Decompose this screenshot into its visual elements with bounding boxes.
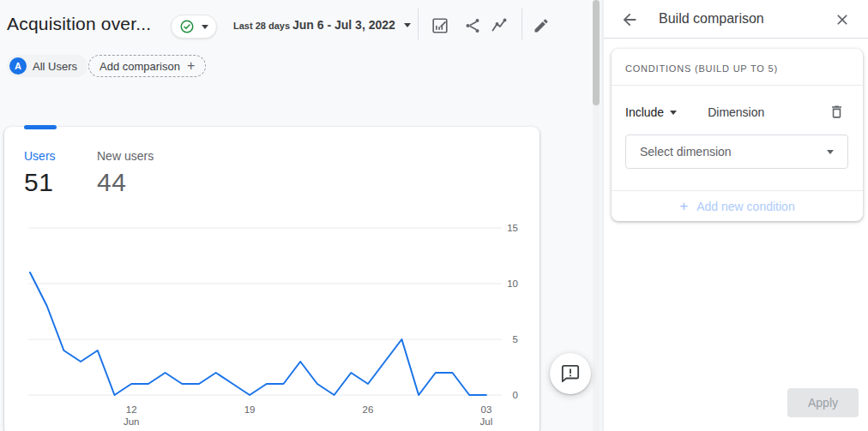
insights-icon (490, 15, 510, 36)
add-condition-label: Add new condition (696, 200, 794, 213)
caret-down-icon (827, 150, 834, 154)
caret-down-icon (670, 111, 677, 115)
users-trend-chart: 05101512Jun192603Jul (4, 127, 539, 431)
metric-tab-new-users[interactable]: New users 44 (97, 149, 154, 197)
panel-header: Build comparison (604, 0, 868, 39)
insights-button[interactable] (489, 15, 511, 37)
trash-icon (829, 104, 845, 120)
close-icon (834, 11, 851, 28)
date-range-value: Jun 6 - Jul 3, 2022 (292, 18, 395, 32)
metric-value: 51 (24, 168, 56, 197)
panel-title: Build comparison (659, 11, 764, 27)
conditions-card: CONDITIONS (BUILD UP TO 5) Include Dimen… (612, 49, 863, 221)
x-axis-tick-sublabel: Jun (124, 416, 140, 427)
back-button[interactable] (619, 9, 640, 30)
edit-chart-icon (431, 16, 449, 35)
add-new-condition-button[interactable]: + Add new condition (612, 191, 863, 221)
x-axis-tick-label: 12 (126, 404, 137, 415)
x-axis-tick-label: 26 (363, 404, 374, 415)
build-comparison-panel: Build comparison CONDITIONS (BUILD UP TO… (603, 0, 868, 431)
select-dimension-placeholder: Select dimension (640, 145, 732, 159)
segment-chip-all-users[interactable]: A All Users (7, 55, 87, 77)
customize-report-button[interactable] (429, 15, 451, 37)
users-trend-line (30, 272, 486, 395)
caret-down-icon (404, 23, 411, 27)
caret-down-icon (202, 25, 208, 29)
main-content: Acquisition over... Last 28 days Jun 6 -… (0, 0, 603, 431)
toolbar-divider (418, 9, 419, 39)
back-arrow-icon (620, 10, 639, 29)
report-status-dropdown[interactable] (171, 15, 217, 39)
metric-value: 44 (97, 168, 154, 197)
y-axis-tick-label: 0 (513, 390, 518, 400)
pencil-icon (533, 17, 550, 34)
share-icon (463, 16, 482, 35)
scrollbar-thumb[interactable] (593, 0, 600, 105)
vertical-scrollbar[interactable] (593, 0, 600, 431)
apply-button[interactable]: Apply (787, 388, 859, 417)
date-range-picker[interactable]: Jun 6 - Jul 3, 2022 (292, 13, 411, 37)
y-axis-tick-label: 15 (507, 223, 518, 233)
x-axis-tick-label: 19 (244, 404, 256, 415)
metric-tab-users[interactable]: Users 51 (24, 149, 56, 197)
close-panel-button[interactable] (832, 9, 853, 30)
acquisition-overview-card: 05101512Jun192603Jul Users 51 New users … (4, 127, 539, 431)
check-circle-icon (179, 19, 195, 34)
add-comparison-label: Add comparison (99, 60, 180, 73)
delete-condition-button[interactable] (829, 104, 846, 121)
edit-button[interactable] (530, 15, 552, 37)
x-axis-tick-label: 03 (481, 404, 492, 415)
feedback-icon (561, 364, 580, 383)
y-axis-tick-label: 5 (513, 334, 518, 344)
page-title: Acquisition over... (7, 14, 151, 34)
divider (612, 85, 863, 86)
conditions-header: CONDITIONS (BUILD UP TO 5) (625, 63, 778, 74)
share-button[interactable] (461, 15, 484, 37)
dimension-label: Dimension (708, 105, 764, 119)
metric-label: Users (24, 149, 56, 163)
feedback-button[interactable] (550, 353, 591, 394)
x-axis-tick-sublabel: Jul (480, 416, 493, 427)
select-dimension-dropdown[interactable]: Select dimension (625, 135, 848, 169)
date-preset-label: Last 28 days (233, 21, 290, 31)
y-axis-tick-label: 10 (507, 278, 518, 289)
plus-icon: + (187, 59, 195, 73)
condition-row: Include Dimension (625, 105, 764, 119)
include-dropdown[interactable]: Include (625, 105, 677, 119)
avatar: A (9, 57, 27, 75)
add-comparison-button[interactable]: Add comparison + (88, 55, 206, 77)
toolbar-divider (521, 9, 522, 39)
segment-label: All Users (33, 60, 77, 73)
plus-icon: + (679, 198, 688, 215)
metric-label: New users (97, 149, 154, 163)
include-label: Include (625, 105, 664, 119)
